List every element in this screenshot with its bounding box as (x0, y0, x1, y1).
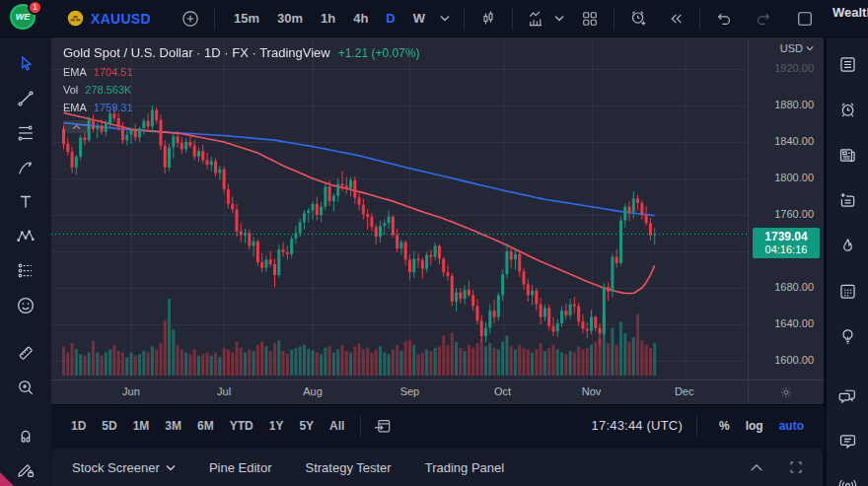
rewind-icon (666, 9, 686, 29)
zoom-in-tool-button[interactable] (8, 371, 43, 404)
trend-line-tool-button[interactable] (8, 82, 43, 115)
undo-button[interactable] (710, 5, 738, 33)
chevron-down-icon (166, 464, 176, 471)
streams-button[interactable] (831, 469, 864, 486)
layout-title-block[interactable]: Wealthy Educ... Save (832, 6, 868, 31)
range-3m-button[interactable]: 3M (157, 414, 189, 438)
trading-panel-tab[interactable]: Trading Panel (425, 460, 504, 475)
chart-style-button[interactable] (474, 5, 502, 33)
compare-add-symbol-button[interactable] (177, 5, 204, 33)
fullscreen-panel-button[interactable] (783, 454, 809, 480)
indicator-templates-button[interactable] (550, 5, 568, 33)
volume-label[interactable]: Vol (63, 84, 78, 96)
toolbar-separator (614, 8, 615, 30)
user-menu-button[interactable]: WE 1 (10, 4, 39, 34)
cursor-tool-button[interactable] (8, 47, 43, 81)
volume-legend-row[interactable]: Vol 278.563K (63, 84, 419, 96)
measure-tool-button[interactable] (8, 336, 43, 370)
calendar-button[interactable] (831, 274, 864, 308)
range-all-button[interactable]: All (322, 414, 352, 438)
ema-slow-legend-row[interactable]: EMA 1759.31 (63, 102, 419, 113)
interval-menu-button[interactable] (436, 5, 454, 33)
hotlists-button[interactable] (831, 229, 864, 262)
news-button[interactable] (831, 138, 864, 172)
interval-1w[interactable]: W (406, 7, 432, 30)
auto-scale-button[interactable]: auto (771, 415, 812, 437)
watchlist-button[interactable] (831, 47, 864, 81)
ruler-icon (15, 342, 36, 364)
price-tick-label: 1840.00 (774, 135, 814, 147)
interval-buttons: 15m 30m 1h 4h D W (227, 5, 454, 33)
time-axis-month-label: Jun (122, 385, 140, 397)
pine-editor-tab[interactable]: Pine Editor (209, 460, 272, 475)
legend-collapse-button[interactable] (63, 120, 89, 133)
go-to-date-button[interactable] (369, 412, 397, 440)
plus-circle-icon (181, 9, 200, 29)
multichart-layout-button[interactable] (576, 5, 604, 33)
ideas-button[interactable] (831, 319, 864, 353)
time-axis-labels[interactable]: JunJulAugSepOctNovDec (51, 381, 748, 404)
toolbar-separator (699, 8, 700, 30)
range-1m-button[interactable]: 1M (125, 414, 158, 438)
brush-tool-button[interactable] (8, 151, 43, 184)
time-axis-month-label: Aug (303, 385, 323, 397)
magnet-mode-button[interactable] (8, 418, 43, 451)
magnet-icon (15, 424, 36, 446)
interval-4h[interactable]: 4h (346, 7, 375, 30)
layout-select-button[interactable] (791, 5, 819, 33)
legend-symbol-title[interactable]: Gold Spot / U.S. Dollar · 1D · FX · Trad… (63, 45, 330, 60)
price-axis[interactable]: USD 1739.04 04:16:16 1920.001880.001840.… (748, 37, 824, 380)
log-scale-button[interactable]: log (738, 415, 771, 437)
indicators-button[interactable] (523, 5, 550, 33)
news-icon (837, 145, 858, 166)
symbol-name[interactable]: XAUUSD (91, 11, 151, 27)
expand-panel-button[interactable] (744, 454, 769, 480)
last-price-badge[interactable]: 1739.04 04:16:16 (753, 228, 820, 258)
range-1y-button[interactable]: 1Y (261, 414, 292, 438)
text-tool-button[interactable] (8, 185, 43, 219)
scales-settings-button[interactable] (748, 381, 824, 404)
chart-legend: Gold Spot / U.S. Dollar · 1D · FX · Trad… (63, 45, 419, 133)
ema-fast-label[interactable]: EMA (63, 66, 87, 78)
range-5y-button[interactable]: 5Y (291, 414, 322, 438)
interval-1h[interactable]: 1h (314, 7, 342, 30)
range-6m-button[interactable]: 6M (189, 414, 222, 438)
emoji-tool-button[interactable] (8, 289, 43, 322)
redo-button[interactable] (750, 5, 777, 33)
alarm-clock-plus-icon (628, 8, 649, 29)
emoji-smiley-icon (15, 295, 36, 316)
time-axis-month-label: Sep (400, 385, 420, 397)
strategy-tester-tab[interactable]: Strategy Tester (305, 460, 391, 475)
symbol-search-button[interactable]: XAUUSD (67, 10, 151, 27)
text-notes-button[interactable] (831, 183, 864, 217)
percent-scale-button[interactable]: % (711, 415, 738, 437)
last-price: 1739.04 (753, 230, 820, 243)
bar-replay-button[interactable] (662, 5, 689, 33)
pattern-tool-button[interactable] (8, 220, 43, 253)
stock-screener-tab[interactable]: Stock Screener (72, 460, 176, 475)
range-5d-button[interactable]: 5D (94, 414, 124, 438)
chart-canvas-area[interactable]: Gold Spot / U.S. Dollar · 1D · FX · Trad… (51, 37, 748, 380)
toolbar-separator (214, 8, 215, 30)
symbol-legend-row[interactable]: Gold Spot / U.S. Dollar · 1D · FX · Trad… (63, 45, 419, 60)
dialogs-button[interactable] (831, 424, 864, 457)
layout-title[interactable]: Wealthy Educ... (832, 6, 868, 20)
ema-fast-legend-row[interactable]: EMA 1704.51 (63, 66, 419, 78)
range-ytd-button[interactable]: YTD (222, 414, 261, 438)
currency-selector[interactable]: USD (780, 42, 814, 54)
ema-slow-label[interactable]: EMA (63, 102, 87, 113)
fib-retracement-tool-button[interactable] (8, 116, 43, 150)
toolbar-separator (360, 416, 361, 436)
time-axis[interactable]: JunJulAugSepOctNovDec (51, 380, 824, 404)
create-alert-button[interactable] (624, 5, 652, 33)
fullscreen-brackets-icon (788, 459, 804, 475)
interval-15m[interactable]: 15m (227, 7, 266, 30)
range-1d-button[interactable]: 1D (63, 414, 94, 438)
forecast-tool-button[interactable] (8, 254, 43, 288)
chats-icon (837, 385, 858, 406)
interval-30m[interactable]: 30m (270, 7, 310, 30)
alerts-button[interactable] (831, 93, 864, 126)
chats-button[interactable] (831, 379, 864, 412)
utc-clock[interactable]: 17:43:44 (UTC) (592, 418, 683, 433)
interval-1d[interactable]: D (379, 7, 401, 30)
